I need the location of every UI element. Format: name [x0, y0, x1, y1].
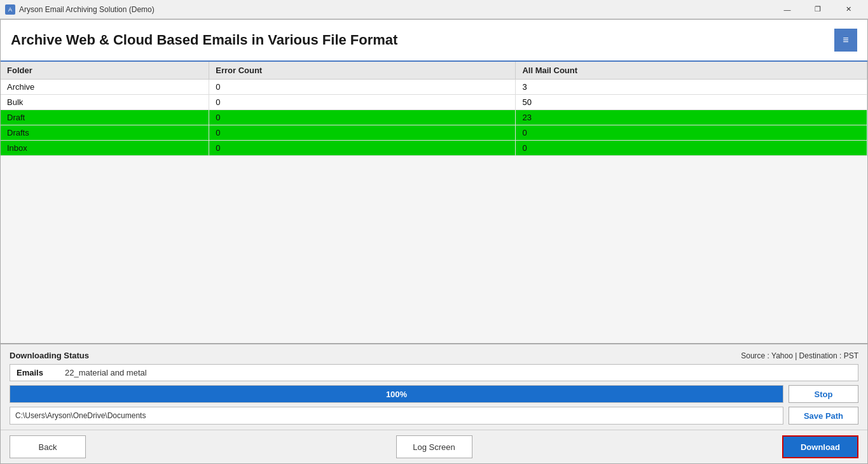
table-row: Bulk: [1, 95, 209, 110]
table-row: Archive: [1, 80, 209, 95]
menu-button[interactable]: ≡: [834, 29, 857, 52]
table-row: Inbox: [1, 141, 209, 156]
progress-text: 100%: [10, 390, 783, 399]
save-path-input[interactable]: [10, 407, 783, 425]
table-cell-error: 0: [209, 95, 516, 110]
email-row: Emails 22_material and metal: [10, 364, 858, 381]
col-folder: Folder: [1, 62, 209, 80]
download-button[interactable]: Download: [782, 435, 858, 458]
table-cell-error: 0: [209, 110, 516, 125]
source-dest-info: Source : Yahoo | Destination : PST: [741, 351, 858, 360]
table-row: Drafts: [1, 125, 209, 141]
table-cell-mail: 23: [516, 110, 867, 125]
app-header: Archive Web & Cloud Based Emails in Vari…: [1, 20, 867, 62]
col-mail-count: All Mail Count: [516, 62, 867, 80]
stop-button[interactable]: Stop: [789, 385, 858, 403]
table-cell-mail: 0: [516, 141, 867, 156]
table-cell-error: 0: [209, 125, 516, 141]
status-title: Downloading Status: [10, 351, 89, 360]
table-cell-mail: 0: [516, 125, 867, 141]
save-path-button[interactable]: Save Path: [789, 407, 858, 425]
close-button[interactable]: ✕: [834, 0, 863, 19]
email-label: Emails: [17, 368, 55, 377]
app-title-text: Aryson Email Archiving Solution (Demo): [19, 5, 155, 14]
table-row: Draft: [1, 110, 209, 125]
email-value: 22_material and metal: [65, 368, 147, 377]
main-window: Archive Web & Cloud Based Emails in Vari…: [0, 19, 868, 464]
window-controls: — ❐ ✕: [773, 0, 863, 19]
title-bar-left: A Aryson Email Archiving Solution (Demo): [5, 4, 155, 15]
progress-row: 100% Stop: [10, 385, 858, 403]
table-cell-mail: 50: [516, 95, 867, 110]
maximize-button[interactable]: ❐: [803, 0, 832, 19]
table-cell-error: 0: [209, 141, 516, 156]
footer-bar: Back Log Screen Download: [1, 430, 867, 463]
col-error-count: Error Count: [209, 62, 516, 80]
title-bar: A Aryson Email Archiving Solution (Demo)…: [0, 0, 868, 19]
page-title: Archive Web & Cloud Based Emails in Vari…: [11, 32, 397, 48]
minimize-button[interactable]: —: [773, 0, 802, 19]
log-screen-button[interactable]: Log Screen: [396, 435, 472, 458]
app-icon: A: [5, 4, 15, 15]
status-panel: Downloading Status Source : Yahoo | Dest…: [1, 343, 867, 430]
back-button[interactable]: Back: [10, 435, 86, 458]
table-cell-mail: 3: [516, 80, 867, 95]
progress-bar-container: 100%: [10, 385, 783, 403]
table-container: Folder Error Count All Mail Count Archiv…: [1, 62, 867, 343]
table-cell-error: 0: [209, 80, 516, 95]
email-table: Folder Error Count All Mail Count Archiv…: [1, 62, 867, 156]
status-header: Downloading Status Source : Yahoo | Dest…: [10, 351, 858, 360]
path-row: Save Path: [10, 407, 858, 425]
